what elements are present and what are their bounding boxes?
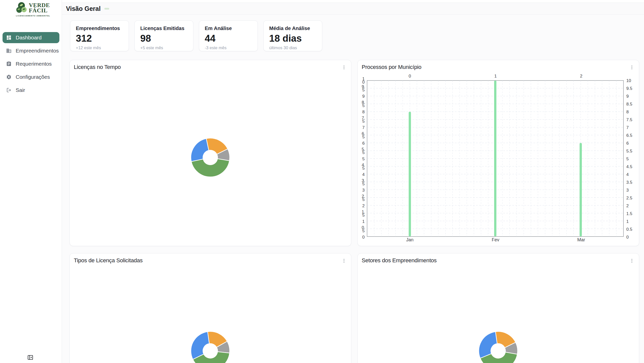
sidebar-item-label: Dashboard (16, 35, 42, 41)
axis-label: 3.5 (361, 179, 366, 186)
axis-label: 0 (409, 74, 411, 78)
axis-label: 1 (361, 220, 366, 223)
axis-label: 7 (361, 126, 366, 129)
axis-label: 0.5 (361, 226, 366, 232)
axis-label: 5.5 (361, 148, 366, 154)
sidebar-item-requerimentos[interactable]: Requerimentos (3, 58, 59, 69)
axis-label: 10 (361, 77, 366, 84)
sidebar-item-configuracoes[interactable]: Configurações (3, 71, 59, 83)
stat-label: Licenças Emitidas (140, 25, 188, 31)
stat-value: 44 (205, 33, 252, 43)
axis-label: 6.5 (361, 132, 366, 139)
axis-label: 0.5 (626, 227, 632, 231)
sidebar-item-sair[interactable]: Sair (3, 85, 59, 96)
axis-label: 9 (361, 95, 366, 98)
sidebar-nav: Dashboard Empreendimentos Requerimentos … (3, 32, 59, 98)
axis-label: 1.5 (361, 210, 366, 217)
axis-label: 4.5 (626, 165, 632, 169)
stat-subtext: +12 este mês (76, 45, 123, 50)
donut-chart-licencas-no-tempo (70, 60, 351, 246)
axis-label: 2.5 (361, 195, 366, 201)
stat-value: 18 dias (269, 33, 316, 43)
axis-label: 4 (361, 173, 366, 176)
licencas-no-tempo-svg (70, 60, 351, 246)
panel-title: Licenças no Tempo (74, 64, 121, 70)
axis-label: Fev (492, 238, 499, 242)
bar-chart-processos-por-municipio: 10109.59.5998.58.5887.57.5776.56.5665.55… (358, 60, 639, 246)
gear-icon (6, 74, 12, 80)
sidebar-collapse-button[interactable] (26, 353, 35, 362)
kebab-menu-icon[interactable] (628, 257, 636, 264)
collapse-sidebar-icon (27, 354, 34, 361)
title-accent-pill (104, 8, 109, 10)
axis-label: 2 (626, 204, 629, 208)
kebab-menu-icon[interactable] (340, 257, 348, 264)
axis-label: 7.5 (361, 116, 366, 123)
panel-title: Setores dos Empreendimentos (362, 257, 437, 264)
axis-label: Jan (406, 238, 413, 242)
logout-icon (6, 87, 12, 93)
axis-label: 6 (361, 142, 366, 145)
axis-label: 6 (626, 141, 629, 145)
panel-setores-dos-empreendimentos: Setores dos Empreendimentos (357, 253, 639, 363)
axis-label: 1.5 (626, 212, 632, 216)
stat-card-empreendimentos: Empreendimentos 312 +12 este mês (70, 20, 129, 51)
kebab-menu-icon[interactable] (340, 64, 348, 71)
brand-wordmark: VERDE FÁCIL (29, 3, 50, 13)
stat-card-media-de-analise: Média de Análise 18 dias últimos 30 dias (263, 20, 322, 51)
tipos-de-licenca-svg (70, 253, 351, 363)
sidebar-item-label: Requerimentos (16, 61, 52, 67)
stat-subtext: últimos 30 dias (269, 45, 316, 50)
axis-label: 9.5 (361, 85, 366, 92)
leaf-emblem-icon (16, 2, 27, 14)
stats-row: Empreendimentos 312 +12 este mês Licença… (70, 20, 322, 51)
axis-label: 7.5 (626, 118, 632, 122)
setores-dos-empreendimentos-svg (358, 253, 639, 363)
axis-label: 2.5 (626, 196, 632, 200)
sidebar-item-empreendimentos[interactable]: Empreendimentos (3, 45, 59, 56)
axis-label: 3 (626, 188, 629, 192)
panel-title: Tipos de Licença Solicitadas (74, 257, 143, 264)
page-title: Visão Geral (66, 5, 101, 12)
panel-title: Processos por Município (362, 64, 421, 70)
axis-label: 5 (361, 157, 366, 161)
stat-subtext: +5 este mês (140, 45, 188, 50)
panel-processos-por-municipio: Processos por Município 10109.59.5998.58… (357, 60, 639, 246)
sidebar-item-label: Sair (16, 87, 25, 93)
stat-label: Empreendimentos (76, 25, 123, 31)
axis-label: 9 (626, 94, 629, 98)
axis-label: 3 (361, 189, 366, 192)
axis-label: 1 (494, 74, 497, 78)
page-header: Visão Geral (62, 3, 644, 15)
panel-licencas-no-tempo: Licenças no Tempo (70, 60, 351, 246)
panel-tipos-de-licenca: Tipos de Licença Solicitadas (70, 253, 351, 363)
sidebar: VERDE FÁCIL LICENCIAMENTO AMBIENTAL Dash… (0, 0, 62, 363)
axis-label: 4 (626, 172, 629, 177)
axis-label: 9.5 (626, 86, 632, 91)
sidebar-item-label: Empreendimentos (16, 48, 59, 54)
brand-word-1: VERDE (29, 3, 50, 8)
sidebar-item-dashboard[interactable]: Dashboard (3, 32, 59, 43)
processos-por-municipio-svg (358, 60, 639, 246)
axis-label: 8 (626, 110, 629, 114)
kebab-menu-icon[interactable] (628, 64, 636, 71)
stat-card-licencas-emitidas: Licenças Emitidas 98 +5 este mês (134, 20, 193, 51)
axis-label: 2 (580, 74, 582, 78)
stat-card-em-analise: Em Análise 44 -3 este mês (199, 20, 258, 51)
axis-label: 10 (626, 79, 631, 83)
sidebar-item-label: Configurações (16, 74, 50, 80)
axis-label: 4.5 (361, 163, 366, 170)
stat-label: Média de Análise (269, 25, 316, 31)
axis-label: 3.5 (626, 180, 632, 185)
axis-label: Mar (577, 238, 585, 242)
axis-label: 6.5 (626, 133, 632, 138)
stat-subtext: -3 este mês (205, 45, 252, 50)
axis-label: 1 (626, 219, 629, 224)
dashboard-icon (6, 35, 12, 40)
donut-chart-setores (358, 253, 639, 363)
stat-value: 98 (140, 33, 188, 43)
axis-label: 8 (361, 110, 366, 114)
brand-logo: VERDE FÁCIL (16, 2, 50, 14)
axis-label: 5 (626, 157, 629, 161)
axis-label: 8.5 (361, 101, 366, 107)
